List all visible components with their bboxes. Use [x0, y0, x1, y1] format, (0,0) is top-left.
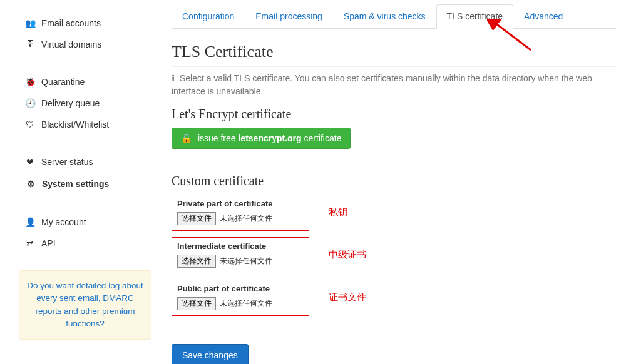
sidebar-item-server-status[interactable]: ❤ Server status: [19, 151, 151, 173]
sidebar-item-my-account[interactable]: 👤 My account: [19, 211, 151, 233]
database-icon: 🗄: [25, 39, 35, 49]
tabs-bar: Configuration Email processing Spam & vi…: [172, 4, 616, 29]
custom-cert-heading: Custom certificate: [172, 174, 616, 188]
issue-letsencrypt-button[interactable]: 🔒 issue free letsencrypt.org certificate: [172, 128, 351, 149]
sidebar-item-label: System settings: [42, 179, 109, 189]
sidebar-item-api[interactable]: ⇄ API: [19, 233, 151, 254]
user-icon: 👤: [25, 217, 35, 227]
tab-configuration[interactable]: Configuration: [172, 4, 245, 29]
sidebar-group-4: 👤 My account ⇄ API: [19, 211, 151, 254]
file-status: 未选择任何文件: [220, 256, 272, 266]
bug-icon: 🐞: [25, 77, 35, 87]
annotation-private-key: 私钥: [329, 206, 347, 218]
tab-email-processing[interactable]: Email processing: [245, 4, 333, 29]
btn-text-prefix: issue free: [198, 133, 239, 143]
sidebar-item-label: Blacklist/Whitelist: [41, 119, 109, 129]
sidebar-item-label: Delivery queue: [41, 98, 100, 108]
exchange-icon: ⇄: [25, 238, 35, 248]
field-private-key: Private part of certificate 选择文件 未选择任何文件…: [172, 195, 309, 231]
premium-promo-box[interactable]: Do you want detailed log about every sen…: [19, 270, 151, 340]
sidebar-item-label: API: [41, 238, 56, 248]
shield-icon: 🛡: [25, 119, 35, 129]
tab-tls-certificate[interactable]: TLS certificate: [436, 4, 513, 29]
sidebar-item-email-accounts[interactable]: 👥 Email accounts: [19, 13, 151, 34]
heartbeat-icon: ❤: [25, 157, 35, 167]
clock-icon: 🕘: [25, 98, 35, 108]
lock-icon: 🔒: [181, 133, 192, 143]
sidebar-item-label: Quarantine: [41, 77, 85, 87]
save-changes-button[interactable]: Save changes: [172, 344, 249, 364]
sidebar-item-delivery-queue[interactable]: 🕘 Delivery queue: [19, 93, 151, 114]
sidebar-item-label: Virtual domains: [41, 39, 101, 49]
info-icon: ℹ: [172, 72, 175, 85]
sidebar-group-3: ❤ Server status ⚙ System settings: [19, 151, 151, 195]
file-status: 未选择任何文件: [220, 298, 272, 309]
field-legend: Intermediate certificate: [177, 241, 304, 251]
sidebar-item-label: My account: [41, 217, 86, 227]
letsencrypt-heading: Let's Encrypt certificate: [172, 107, 616, 121]
page-title: TLS Certificate: [172, 43, 616, 61]
btn-text-domain: letsencrypt.org: [238, 133, 301, 143]
annotation-public: 证书文件: [329, 291, 366, 303]
tab-advanced[interactable]: Advanced: [513, 4, 573, 29]
field-public-cert: Public part of certificate 选择文件 未选择任何文件 …: [172, 280, 309, 316]
users-icon: 👥: [25, 18, 35, 28]
btn-text-suffix: certificate: [302, 133, 342, 143]
sidebar-item-system-settings[interactable]: ⚙ System settings: [19, 173, 151, 195]
file-status: 未选择任何文件: [220, 213, 272, 224]
choose-file-button[interactable]: 选择文件: [177, 297, 216, 310]
promo-text: Do you want detailed log about every sen…: [27, 281, 143, 328]
sidebar-item-label: Email accounts: [41, 18, 101, 28]
field-intermediate-cert: Intermediate certificate 选择文件 未选择任何文件 中级…: [172, 237, 309, 273]
cogs-icon: ⚙: [26, 179, 36, 189]
field-legend: Private part of certificate: [177, 199, 304, 208]
tab-spam-virus-checks[interactable]: Spam & virus checks: [333, 4, 436, 29]
sidebar-group-1: 👥 Email accounts 🗄 Virtual domains: [19, 13, 151, 55]
choose-file-button[interactable]: 选择文件: [177, 255, 216, 268]
sidebar-item-quarantine[interactable]: 🐞 Quarantine: [19, 71, 151, 93]
sidebar-group-2: 🐞 Quarantine 🕘 Delivery queue 🛡 Blacklis…: [19, 71, 151, 135]
field-legend: Public part of certificate: [177, 284, 304, 293]
info-message: Select a valid TLS certificate. You can …: [172, 73, 592, 96]
sidebar-item-virtual-domains[interactable]: 🗄 Virtual domains: [19, 34, 151, 55]
annotation-intermediate: 中级证书: [329, 249, 366, 261]
choose-file-button[interactable]: 选择文件: [177, 212, 216, 225]
info-text: ℹ Select a valid TLS certificate. You ca…: [172, 66, 616, 98]
sidebar-item-blacklist-whitelist[interactable]: 🛡 Blacklist/Whitelist: [19, 114, 151, 135]
sidebar-item-label: Server status: [41, 157, 93, 167]
